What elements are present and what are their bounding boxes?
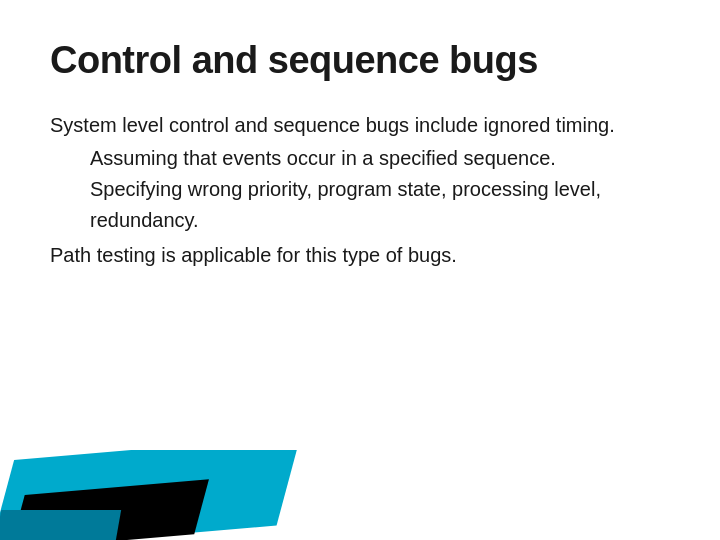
paragraph-2-text: Assuming that events occur in a specifie… bbox=[90, 147, 556, 169]
paragraph-4: Path testing is applicable for this type… bbox=[50, 240, 670, 271]
bottom-decoration bbox=[0, 450, 720, 540]
paragraph-3: Specifying wrong priority, program state… bbox=[50, 174, 670, 236]
paragraph-2: Assuming that events occur in a specifie… bbox=[50, 143, 670, 174]
paragraph-1-text: System level control and sequence bugs i… bbox=[50, 114, 615, 136]
deco-dark-cyan-shape bbox=[0, 510, 121, 540]
slide-title: Control and sequence bugs bbox=[50, 40, 670, 82]
slide: Control and sequence bugs System level c… bbox=[0, 0, 720, 540]
paragraph-3-text: Specifying wrong priority, program state… bbox=[90, 178, 601, 231]
paragraph-1: System level control and sequence bugs i… bbox=[50, 110, 670, 141]
paragraph-4-text: Path testing is applicable for this type… bbox=[50, 244, 457, 266]
